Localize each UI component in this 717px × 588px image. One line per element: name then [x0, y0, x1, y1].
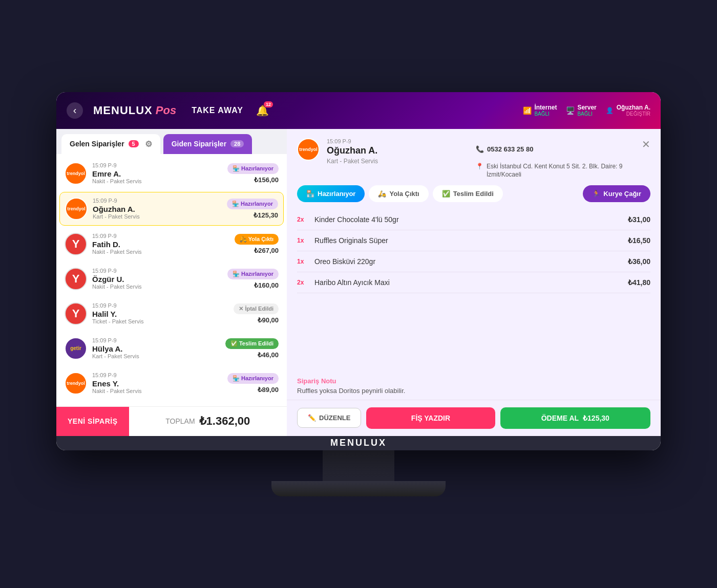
avatar: trendyol — [65, 198, 88, 220]
server-status-label: BAĞLI — [577, 111, 596, 117]
order-sub: Ticket - Paket Servis — [92, 318, 228, 324]
order-right: 🏪 Hazırlanıyor ₺160,00 — [227, 269, 279, 289]
item-price: ₺16,50 — [628, 236, 650, 245]
order-price: ₺156,00 — [254, 176, 279, 184]
order-line: 1x Ruffles Originals Süper ₺16,50 — [297, 230, 650, 251]
monitor-stand-base — [271, 481, 446, 496]
order-items: 2x Kinder Chocolate 4'lü 50gr ₺31,00 1x … — [287, 209, 661, 369]
order-meta: 15:09 P-9 — [92, 268, 222, 274]
close-button[interactable]: ✕ — [637, 138, 650, 150]
order-right: 🏪 Hazırlanıyor ₺89,00 — [227, 373, 279, 394]
tab-outgoing-label: Giden Siparişler — [172, 140, 226, 148]
status-tab-onway[interactable]: 🛵 Yola Çıktı — [369, 185, 428, 202]
odeme-button[interactable]: ÖDEME AL ₺125,30 — [500, 407, 650, 429]
logo: MENULUX Pos — [93, 104, 176, 117]
order-name: Halil Y. — [92, 310, 228, 318]
onway-icon: 🛵 — [378, 190, 386, 198]
status-badge: ✅ Teslim Edildi — [225, 338, 279, 349]
order-item[interactable]: trendyol 15:09 P-9 Emre A. Nakit - Paket… — [59, 157, 284, 190]
user-icon: 👤 — [606, 107, 614, 114]
order-info: 15:09 P-9 Oğuzhan A. Kart - Paket Servis — [93, 198, 222, 220]
order-right: ✅ Teslim Edildi ₺46,00 — [225, 338, 279, 359]
order-right: ✕ İptal Edildi ₺90,00 — [234, 303, 279, 324]
order-line: 1x Oreo Bisküvi 220gr ₺36,00 — [297, 251, 650, 272]
odeme-amount: ₺125,30 — [583, 414, 609, 422]
order-info: 15:09 P-9 Hülya A. Kart - Paket Servis — [92, 337, 220, 359]
header-right: 📶 İnternet BAĞLI 🖥️ Server BAĞLI 👤 — [523, 104, 650, 117]
order-name: Enes Y. — [92, 379, 222, 388]
tabs-bar: Gelen Siparişler 5 ⚙ Giden Siparişler 28 — [56, 129, 287, 154]
server-icon: 🖥️ — [566, 106, 575, 115]
preparing-icon: 🏪 — [306, 190, 314, 198]
order-meta: 15:09 P-9 — [92, 162, 222, 168]
order-line: 2x Kinder Chocolate 4'lü 50gr ₺31,00 — [297, 209, 650, 230]
main-area: Gelen Siparişler 5 ⚙ Giden Siparişler 28… — [56, 129, 661, 436]
new-order-button[interactable]: YENİ SİPARİŞ — [56, 407, 129, 436]
status-tabs: 🏪 Hazırlanıyor 🛵 Yola Çıktı ✅ Teslim Edi… — [287, 185, 661, 209]
kurye-label: Kurye Çağır — [603, 190, 641, 198]
back-button[interactable]: ‹ — [67, 102, 83, 119]
order-meta: 15:09 P-9 — [92, 337, 220, 343]
duzenle-button[interactable]: ✏️ DÜZENLE — [297, 408, 361, 428]
item-name: Oreo Bisküvi 220gr — [314, 257, 628, 266]
tab-outgoing-badge: 28 — [230, 140, 244, 147]
kurye-button[interactable]: 🏃 Kurye Çağır — [583, 185, 650, 202]
order-price: ₺267,00 — [254, 247, 279, 254]
avatar: trendyol — [65, 372, 87, 395]
filter-icon[interactable]: ⚙ — [145, 139, 152, 149]
order-sub: Nakit - Paket Servis — [92, 284, 222, 290]
order-sub: Nakit - Paket Servis — [92, 178, 222, 184]
avatar: trendyol — [65, 162, 87, 185]
order-name: Fatih D. — [92, 240, 229, 249]
order-item[interactable]: Y 15:09 P-9 Halil Y. Ticket - Paket Serv… — [59, 297, 284, 330]
right-panel: trendyol 15:09 P-9 Oğuzhan A. Kart - Pak… — [287, 129, 661, 436]
detail-phone: 📞 0532 633 25 80 — [476, 138, 629, 153]
order-meta: 15:09 P-9 — [92, 302, 228, 309]
logo-pos: Pos — [156, 104, 176, 117]
logo-text: MENULUX — [93, 104, 153, 117]
note-text: Ruffles yoksa Doritos peynirli olabilir. — [297, 387, 650, 395]
order-sub: Kart - Paket Servis — [92, 353, 220, 359]
detail-order-id: 15:09 P-9 — [327, 138, 469, 144]
detail-name: Oğuzhan A. — [327, 145, 469, 156]
tab-incoming[interactable]: Gelen Siparişler 5 ⚙ — [61, 134, 160, 154]
qty-badge: 2x — [297, 279, 309, 286]
order-item[interactable]: trendyol 15:09 P-9 Oğuzhan A. Kart - Pak… — [59, 192, 284, 226]
detail-header: trendyol 15:09 P-9 Oğuzhan A. Kart - Pak… — [287, 129, 661, 186]
status-tab-delivered[interactable]: ✅ Teslim Edildi — [433, 185, 503, 202]
edit-icon: ✏️ — [308, 414, 316, 422]
fis-button[interactable]: FİŞ YAZDIR — [366, 407, 495, 429]
user-info[interactable]: 👤 Oğuzhan A. DEĞİŞTİR — [606, 104, 650, 117]
order-note-section: Sipariş Notu Ruffles yoksa Doritos peyni… — [287, 370, 661, 400]
item-price: ₺36,00 — [628, 257, 650, 266]
status-badge: 🏪 Hazırlanıyor — [227, 199, 278, 209]
order-right: 🛵 Yola Çıktı ₺267,00 — [235, 234, 279, 254]
order-meta: 15:09 P-9 — [92, 372, 222, 378]
status-badge: 🏪 Hazırlanıyor — [227, 269, 279, 279]
order-sub: Nakit - Paket Servis — [92, 249, 229, 255]
detail-footer: ✏️ DÜZENLE FİŞ YAZDIR ÖDEME AL ₺125,30 — [287, 400, 661, 436]
qty-badge: 1x — [297, 258, 309, 265]
tab-incoming-label: Gelen Siparişler — [70, 140, 124, 148]
tab-incoming-badge: 5 — [129, 140, 139, 147]
user-name: Oğuzhan A. — [617, 104, 650, 111]
bell-badge: 12 — [264, 101, 273, 107]
note-label: Sipariş Notu — [297, 377, 650, 385]
delivered-label: Teslim Edildi — [453, 190, 494, 198]
order-price: ₺46,00 — [258, 351, 279, 359]
order-item[interactable]: getir 15:09 P-9 Hülya A. Kart - Paket Se… — [59, 332, 284, 365]
order-item[interactable]: Y 15:09 P-9 Fatih D. Nakit - Paket Servi… — [59, 228, 284, 260]
notification-bell[interactable]: 🔔 12 — [256, 104, 269, 117]
orders-list: trendyol 15:09 P-9 Emre A. Nakit - Paket… — [56, 154, 287, 406]
wifi-icon: 📶 — [523, 106, 532, 115]
order-info: 15:09 P-9 Emre A. Nakit - Paket Servis — [92, 162, 222, 184]
user-action: DEĞİŞTİR — [617, 111, 650, 117]
tab-outgoing[interactable]: Giden Siparişler 28 — [163, 134, 252, 154]
avatar: getir — [65, 337, 87, 360]
order-item[interactable]: Y 15:09 P-9 Özgür U. Nakit - Paket Servi… — [59, 263, 284, 295]
detail-contact-block: 📞 0532 633 25 80 📍 Eski İstanbul Cd. Ken… — [476, 138, 629, 180]
detail-address: 📍 Eski İstanbul Cd. Kent Konut 5 Sit. 2.… — [476, 157, 629, 180]
status-tab-preparing[interactable]: 🏪 Hazırlanıyor — [297, 185, 365, 202]
onway-label: Yola Çıktı — [389, 190, 419, 198]
order-item[interactable]: trendyol 15:09 P-9 Enes Y. Nakit - Paket… — [59, 367, 284, 400]
